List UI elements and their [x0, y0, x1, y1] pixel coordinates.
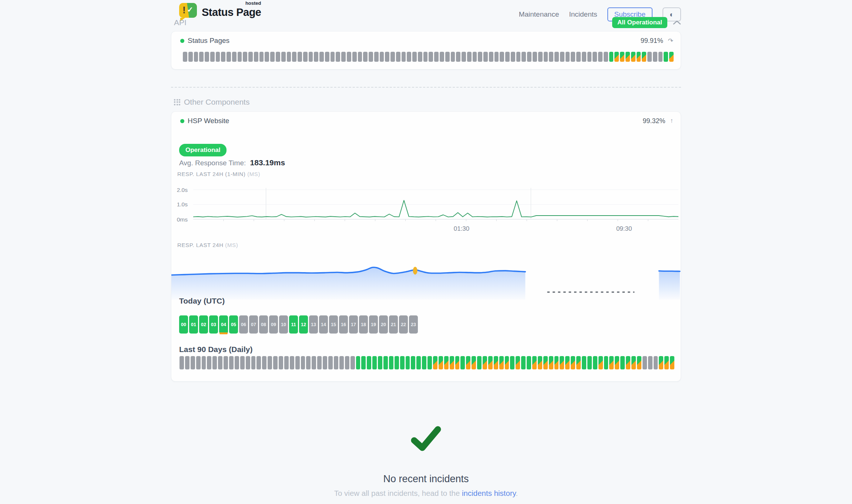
uptime-bar[interactable]	[407, 52, 411, 62]
uptime-bar[interactable]	[664, 52, 668, 62]
uptime-bar[interactable]	[416, 356, 421, 369]
daily-bars-90d[interactable]	[180, 356, 674, 369]
uptime-bar[interactable]	[659, 356, 663, 369]
uptime-bar[interactable]	[212, 356, 217, 369]
uptime-bar[interactable]	[367, 356, 371, 369]
uptime-bar[interactable]	[385, 52, 389, 62]
uptime-bar[interactable]	[207, 356, 211, 369]
uptime-bar[interactable]	[254, 52, 258, 62]
uptime-bar[interactable]	[554, 52, 559, 62]
uptime-bar[interactable]	[251, 356, 256, 369]
uptime-bar[interactable]	[402, 52, 406, 62]
uptime-bar[interactable]	[276, 52, 280, 62]
uptime-bar[interactable]	[210, 52, 215, 62]
uptime-bar[interactable]	[238, 52, 242, 62]
uptime-bar[interactable]	[527, 356, 531, 369]
uptime-bar[interactable]	[544, 52, 548, 62]
uptime-bar[interactable]	[466, 356, 470, 369]
uptime-bar[interactable]	[240, 356, 245, 369]
response-line-chart[interactable]: 2.0s 1.0s 0ms 01:30 09:30	[171, 183, 681, 235]
uptime-bar[interactable]	[576, 52, 581, 62]
uptime-bar[interactable]	[202, 356, 206, 369]
uptime-bar[interactable]	[455, 356, 460, 369]
uptime-bar[interactable]	[194, 52, 198, 62]
uptime-bar[interactable]	[334, 356, 338, 369]
uptime-bar[interactable]	[352, 52, 357, 62]
uptime-bar[interactable]	[284, 356, 289, 369]
hour-block[interactable]: 17	[349, 315, 358, 334]
uptime-bar[interactable]	[303, 52, 308, 62]
uptime-bar[interactable]	[631, 356, 636, 369]
hour-block[interactable]: 13	[309, 315, 318, 334]
uptime-bar[interactable]	[511, 52, 515, 62]
uptime-bar[interactable]	[478, 52, 482, 62]
uptime-bar[interactable]	[444, 356, 449, 369]
uptime-bar[interactable]	[510, 356, 514, 369]
uptime-bar[interactable]	[188, 52, 193, 62]
uptime-bar[interactable]	[576, 356, 581, 369]
uptime-bar[interactable]	[205, 52, 209, 62]
uptime-bar[interactable]	[631, 52, 635, 62]
uptime-bar[interactable]	[450, 356, 454, 369]
uptime-bar[interactable]	[199, 52, 204, 62]
uptime-bar[interactable]	[489, 52, 493, 62]
uptime-bar[interactable]	[418, 52, 422, 62]
uptime-bar[interactable]	[560, 52, 564, 62]
uptime-bar[interactable]	[229, 356, 234, 369]
uptime-bar[interactable]	[516, 52, 521, 62]
hour-block[interactable]: 09	[269, 315, 278, 334]
uptime-bar[interactable]	[422, 356, 426, 369]
hour-block[interactable]: 03	[209, 315, 218, 334]
hour-block[interactable]: 10	[279, 315, 288, 334]
uptime-bar[interactable]	[383, 356, 388, 369]
hour-block[interactable]: 11	[289, 315, 298, 334]
uptime-bar[interactable]	[331, 52, 335, 62]
uptime-bar[interactable]	[216, 52, 220, 62]
uptime-bar[interactable]	[460, 356, 465, 369]
uptime-bar[interactable]	[191, 356, 195, 369]
uptime-bar[interactable]	[306, 356, 311, 369]
uptime-bar[interactable]	[378, 356, 382, 369]
uptime-bar[interactable]	[396, 52, 400, 62]
uptime-bar[interactable]	[246, 356, 250, 369]
uptime-bar[interactable]	[218, 356, 222, 369]
refresh-icon[interactable]: ↷	[668, 37, 673, 45]
uptime-bar[interactable]	[532, 356, 537, 369]
uptime-bar[interactable]	[336, 52, 340, 62]
brand-logo[interactable]: ! ✓ hosted Status Page	[179, 3, 261, 18]
hour-block[interactable]: 01	[189, 315, 198, 334]
uptime-bar[interactable]	[374, 52, 379, 62]
hour-block[interactable]: 08	[259, 315, 268, 334]
hour-block[interactable]: 20	[379, 315, 388, 334]
uptime-bar[interactable]	[314, 52, 318, 62]
uptime-bar[interactable]	[445, 52, 450, 62]
uptime-bar[interactable]	[483, 52, 488, 62]
uptime-bar[interactable]	[587, 356, 592, 369]
uptime-bar[interactable]	[317, 356, 322, 369]
uptime-bar[interactable]	[221, 52, 225, 62]
uptime-bar[interactable]	[647, 52, 652, 62]
uptime-bar[interactable]	[358, 52, 362, 62]
uptime-bar[interactable]	[582, 356, 586, 369]
hour-block[interactable]: 05	[229, 315, 238, 334]
uptime-bar[interactable]	[571, 52, 575, 62]
uptime-bar[interactable]	[439, 356, 443, 369]
uptime-bar[interactable]	[440, 52, 444, 62]
uptime-bar[interactable]	[472, 356, 476, 369]
uptime-bar[interactable]	[462, 52, 466, 62]
hour-block[interactable]: 22	[399, 315, 408, 334]
uptime-bar[interactable]	[620, 356, 625, 369]
hour-block[interactable]: 02	[199, 315, 208, 334]
uptime-bar[interactable]	[473, 52, 477, 62]
uptime-bar[interactable]	[183, 52, 187, 62]
incidents-history-link[interactable]: incidents history	[462, 489, 516, 497]
uptime-bar[interactable]	[654, 356, 658, 369]
uptime-bar[interactable]	[483, 356, 487, 369]
uptime-bar[interactable]	[505, 356, 509, 369]
uptime-bar[interactable]	[643, 356, 647, 369]
uptime-bar[interactable]	[268, 356, 272, 369]
uptime-bar[interactable]	[389, 356, 393, 369]
uptime-bar[interactable]	[604, 52, 608, 62]
uptime-bar[interactable]	[400, 356, 405, 369]
uptime-bar[interactable]	[281, 52, 286, 62]
